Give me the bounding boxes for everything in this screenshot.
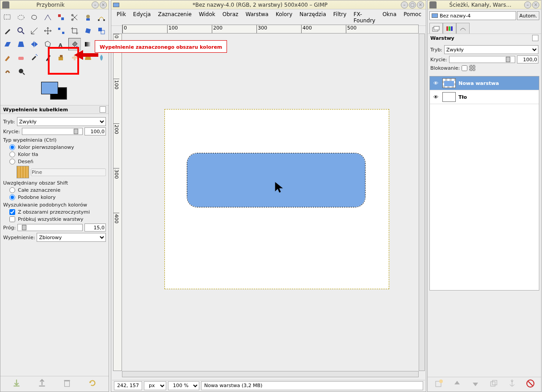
fg-color-swatch[interactable] — [41, 82, 58, 94]
ink-tool[interactable] — [42, 51, 54, 64]
close-button[interactable]: × — [532, 1, 539, 8]
menu-filters[interactable]: Filtry — [331, 10, 349, 25]
flip-tool[interactable] — [28, 38, 41, 51]
canvas-area[interactable] — [122, 34, 419, 371]
free-select-tool[interactable] — [28, 11, 41, 24]
minimize-button[interactable]: – — [524, 1, 531, 8]
zoom-combo[interactable]: 100 % — [168, 381, 199, 390]
fill-by-combo[interactable]: Zbiorowy — [37, 233, 106, 242]
tab-paths[interactable] — [456, 23, 470, 34]
unit-combo[interactable]: px — [144, 381, 166, 390]
restore-options-icon[interactable] — [37, 378, 47, 388]
menu-windows[interactable]: Okna — [380, 10, 399, 25]
zoom-tool[interactable] — [15, 25, 27, 37]
threshold-spin[interactable] — [84, 223, 106, 232]
transparent-check[interactable] — [9, 209, 15, 215]
layer-row[interactable]: 👁 Tło — [430, 90, 539, 104]
reset-options-icon[interactable] — [88, 378, 97, 388]
visibility-icon[interactable]: 👁 — [432, 94, 440, 100]
airbrush-tool[interactable] — [28, 51, 41, 64]
clone-tool[interactable] — [55, 51, 67, 64]
rotate-tool[interactable] — [82, 25, 94, 37]
measure-tool[interactable] — [28, 25, 41, 37]
anchor-layer-icon[interactable] — [508, 379, 517, 388]
sample-merged-check[interactable] — [9, 216, 15, 222]
menu-layer[interactable]: Warstwa — [243, 10, 271, 25]
color-picker-tool[interactable] — [1, 25, 14, 37]
layer-name[interactable]: Nowa warstwa — [458, 80, 499, 86]
lock-alpha-icon[interactable] — [469, 65, 475, 71]
foreground-select-tool[interactable] — [82, 11, 94, 24]
horizontal-ruler[interactable]: 0 100 200 300 400 500 — [122, 25, 419, 34]
delete-options-icon[interactable] — [62, 378, 72, 388]
layer-thumbnail[interactable] — [442, 78, 456, 88]
lower-layer-icon[interactable] — [471, 379, 480, 388]
close-button[interactable]: × — [417, 1, 424, 8]
align-tool[interactable] — [55, 25, 67, 37]
maximize-button[interactable]: ▢ — [409, 1, 416, 8]
shear-tool[interactable] — [1, 38, 14, 51]
fill-fg-radio[interactable] — [9, 144, 15, 150]
rect-select-tool[interactable] — [1, 11, 14, 24]
menu-tools[interactable]: Narzędzia — [297, 10, 329, 25]
layers-titlebar[interactable]: Ścieżki, Kanały, Wars… – × — [428, 0, 541, 9]
menu-help[interactable]: Pomoc — [401, 10, 424, 25]
save-options-icon[interactable] — [12, 378, 21, 388]
close-button[interactable]: × — [100, 1, 107, 8]
delete-layer-icon[interactable] — [526, 379, 535, 388]
minimize-button[interactable]: – — [401, 1, 408, 8]
color-selector[interactable] — [0, 79, 109, 105]
image-dropdown[interactable]: Bez nazwy-4 — [429, 11, 516, 20]
paintbrush-tool[interactable] — [1, 51, 14, 64]
horizontal-scrollbar[interactable] — [122, 371, 419, 377]
menu-image[interactable]: Obraz — [220, 10, 241, 25]
fill-bg-radio[interactable] — [9, 152, 15, 157]
paths-tool[interactable] — [95, 11, 108, 24]
scale-tool[interactable] — [95, 25, 108, 37]
layer-mode-combo[interactable]: Zwykły — [444, 45, 538, 54]
menu-edit[interactable]: Edycja — [130, 10, 154, 25]
color-select-tool[interactable] — [55, 11, 67, 24]
layer-opacity-spin[interactable] — [517, 55, 538, 63]
affected-whole-radio[interactable] — [9, 187, 15, 193]
fuzzy-select-tool[interactable] — [42, 11, 54, 24]
lock-pixels-check[interactable] — [462, 65, 467, 71]
bucket-fill-tool[interactable] — [68, 38, 81, 51]
text-tool[interactable]: A — [55, 38, 67, 51]
layers-menu-icon[interactable] — [532, 35, 538, 41]
vertical-scrollbar[interactable] — [419, 34, 425, 371]
new-layer-icon[interactable] — [434, 379, 443, 388]
layer-opacity-slider[interactable] — [449, 56, 515, 63]
auto-button[interactable]: Autom. — [517, 11, 539, 20]
crop-tool[interactable] — [68, 25, 81, 37]
toolbox-titlebar[interactable]: Przybornik – × — [0, 0, 109, 9]
smudge-tool[interactable] — [1, 65, 14, 77]
tab-channels[interactable] — [443, 23, 456, 34]
threshold-slider[interactable] — [17, 224, 83, 231]
layer-name[interactable]: Tło — [458, 94, 467, 100]
blend-tool[interactable] — [82, 38, 94, 51]
tab-layers[interactable] — [429, 23, 443, 34]
minimize-button[interactable]: – — [92, 1, 99, 8]
eraser-tool[interactable] — [15, 51, 27, 64]
move-tool[interactable] — [42, 25, 54, 37]
menu-colors[interactable]: Kolory — [273, 10, 295, 25]
scissors-tool[interactable] — [68, 11, 81, 24]
ellipse-select-tool[interactable] — [15, 11, 27, 24]
image-titlebar[interactable]: *Bez nazwy-4.0 (RGB, 2 warstwy) 500x400 … — [111, 0, 426, 9]
mode-combo[interactable]: Zwykły — [17, 117, 106, 126]
perspective-tool[interactable] — [15, 38, 27, 51]
cage-tool[interactable] — [42, 38, 54, 51]
duplicate-layer-icon[interactable] — [489, 379, 498, 388]
fill-pattern-radio[interactable] — [9, 159, 15, 164]
visibility-icon[interactable]: 👁 — [432, 80, 440, 86]
raise-layer-icon[interactable] — [453, 379, 462, 388]
vertical-ruler[interactable]: 0 100 200 300 400 — [113, 34, 122, 371]
menu-select[interactable]: Zaznaczenie — [155, 10, 194, 25]
menu-view[interactable]: Widok — [196, 10, 218, 25]
opacity-spin[interactable] — [84, 127, 106, 135]
opacity-slider[interactable] — [22, 128, 83, 135]
affected-similar-radio[interactable] — [9, 194, 15, 200]
layer-row[interactable]: 👁 Nowa warstwa — [430, 76, 539, 90]
dodge-tool[interactable] — [15, 65, 27, 77]
